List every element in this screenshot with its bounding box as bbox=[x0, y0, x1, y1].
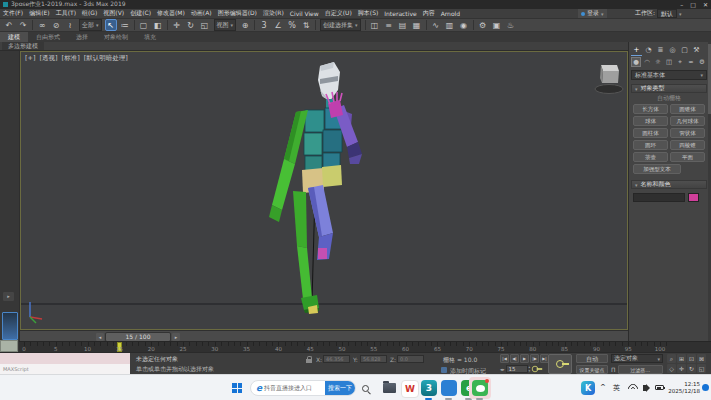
ribbon-tab-2[interactable]: 自由形式 bbox=[28, 32, 68, 42]
window-crossing-icon[interactable]: ◧ bbox=[152, 19, 164, 31]
dope-sheet-icon[interactable]: ▥ bbox=[444, 19, 456, 31]
key-filters-button[interactable]: 过滤器... bbox=[618, 365, 663, 374]
play-button[interactable]: ▶ bbox=[520, 354, 529, 363]
object-button-5[interactable]: 圆柱体 bbox=[633, 128, 668, 138]
ime-indicator[interactable]: 英 bbox=[613, 383, 620, 393]
viewport-standard-menu[interactable]: [标准] bbox=[62, 54, 80, 63]
motion-tab[interactable]: ◎ bbox=[667, 44, 678, 55]
set-key-button[interactable]: 设置关键点 bbox=[576, 365, 608, 374]
align-icon[interactable]: ≡ bbox=[383, 19, 395, 31]
render-setup-icon[interactable]: ⚙ bbox=[477, 19, 489, 31]
snaps-toggle-icon[interactable]: 3 bbox=[258, 19, 270, 31]
object-color-swatch[interactable] bbox=[688, 193, 699, 202]
reference-coordinate-dropdown[interactable]: 视图▾ bbox=[214, 19, 237, 31]
select-and-rotate-icon[interactable]: ↻ bbox=[185, 19, 197, 31]
search-icon[interactable] bbox=[362, 385, 369, 392]
notification-badge[interactable] bbox=[702, 384, 709, 391]
rendered-frame-icon[interactable]: ▣ bbox=[491, 19, 503, 31]
frame-spinner[interactable]: ▴▾ bbox=[529, 365, 531, 373]
menu-item-13[interactable]: 脚本(S) bbox=[355, 9, 382, 18]
selection-filter-dropdown[interactable]: 全部▾ bbox=[79, 19, 102, 31]
utilities-tab[interactable]: ⚒ bbox=[691, 44, 702, 55]
object-button-8[interactable]: 四棱锥 bbox=[670, 140, 705, 150]
viewport-shading-menu[interactable]: [默认明暗处理] bbox=[84, 54, 128, 63]
menu-item-10[interactable]: 渲染(R) bbox=[260, 9, 287, 18]
zoom-extents-all-icon[interactable]: ⊠ bbox=[697, 354, 706, 363]
select-and-link-icon[interactable]: ∞ bbox=[36, 19, 48, 31]
object-type-rollout[interactable]: ▾ 对象类型 bbox=[631, 84, 707, 93]
track-bar[interactable]: 0510152025303540455055606570758085909510… bbox=[19, 341, 711, 352]
select-object-icon[interactable]: ↖ bbox=[105, 19, 117, 31]
menu-item-4[interactable]: 组(G) bbox=[79, 9, 100, 18]
systems-category[interactable]: ⚙ bbox=[697, 57, 707, 67]
polygon-modeling-panel[interactable]: 多边形建模 bbox=[2, 42, 44, 50]
close-button[interactable]: ✕ bbox=[703, 1, 708, 8]
menu-item-12[interactable]: 自定义(U) bbox=[322, 9, 355, 18]
key-filter-dropdown[interactable]: 选定对象 ▾ bbox=[611, 354, 663, 363]
menu-item-7[interactable]: 修改器(M) bbox=[154, 9, 188, 18]
menu-item-15[interactable]: 内容 bbox=[420, 9, 438, 18]
maximize-button[interactable]: □ bbox=[690, 1, 696, 8]
orbit-icon[interactable]: ↻ bbox=[687, 364, 696, 373]
display-tab[interactable]: ▢ bbox=[679, 44, 690, 55]
unlink-selection-icon[interactable]: ⊘ bbox=[50, 19, 62, 31]
previous-frame-arrow[interactable]: ◂ bbox=[96, 333, 104, 341]
ribbon-tab-3[interactable]: 选择 bbox=[68, 32, 96, 42]
layer-explorer-icon[interactable]: ▤ bbox=[397, 19, 409, 31]
character-model[interactable] bbox=[269, 62, 362, 314]
y-coordinate-field[interactable]: 56.828 bbox=[360, 355, 387, 363]
primitive-type-dropdown[interactable]: 标准基本体 ▾ bbox=[631, 70, 707, 80]
sign-in-dropdown[interactable]: 登录 ▾ bbox=[578, 9, 607, 18]
object-button-9[interactable]: 茶壶 bbox=[633, 152, 668, 162]
redo-icon[interactable]: ↷ bbox=[17, 19, 29, 31]
material-editor-icon[interactable]: ◉ bbox=[458, 19, 470, 31]
3dsmax-taskbar-icon[interactable]: 3 bbox=[421, 380, 437, 396]
space-warps-category[interactable]: ≈ bbox=[686, 57, 696, 67]
mirror-icon[interactable]: ◫ bbox=[369, 19, 381, 31]
search-go-button[interactable]: 搜索一下 bbox=[325, 380, 355, 396]
menu-item-11[interactable]: Civil View bbox=[287, 10, 322, 17]
viewport-pov-menu[interactable]: [透视] bbox=[40, 54, 58, 63]
hierarchy-tab[interactable]: ≣ bbox=[655, 44, 666, 55]
wps-icon[interactable]: W bbox=[401, 380, 419, 398]
maxscript-mini-listener[interactable]: MAXScript bbox=[0, 353, 130, 375]
zoom-extents-icon[interactable]: ⊡ bbox=[687, 354, 696, 363]
hidden-icons-chevron[interactable]: ^ bbox=[600, 383, 606, 391]
use-pivot-point-icon[interactable]: ⊕ bbox=[239, 19, 251, 31]
battery-icon[interactable] bbox=[655, 385, 664, 390]
selection-lock-icon[interactable] bbox=[306, 359, 312, 363]
object-name-field[interactable] bbox=[633, 193, 685, 202]
bind-to-space-warp-icon[interactable]: ≀ bbox=[64, 19, 76, 31]
minimize-button[interactable]: – bbox=[680, 1, 683, 8]
modify-tab[interactable]: ◔ bbox=[643, 44, 654, 55]
object-button-1[interactable]: 长方体 bbox=[633, 104, 668, 114]
workspace-value[interactable]: 默认 bbox=[657, 9, 677, 18]
angle-snap-icon[interactable]: ∠ bbox=[272, 19, 284, 31]
next-frame-arrow[interactable]: ▸ bbox=[172, 333, 180, 341]
taskbar-clock[interactable]: 12:15 2025/12/18 bbox=[667, 381, 700, 395]
menu-item-8[interactable]: 动画(A) bbox=[188, 9, 215, 18]
wifi-icon[interactable] bbox=[628, 384, 638, 392]
ribbon-tab-5[interactable]: 填充 bbox=[136, 32, 164, 42]
percent-snap-icon[interactable]: % bbox=[286, 19, 298, 31]
field-of-view-icon[interactable]: ◇ bbox=[667, 364, 676, 373]
viewport-general-menu[interactable]: [+] bbox=[25, 54, 36, 63]
helpers-category[interactable]: ⌖ bbox=[675, 57, 685, 67]
spinner-snap-icon[interactable]: ⇅ bbox=[300, 19, 312, 31]
render-icon[interactable]: ♨ bbox=[505, 19, 517, 31]
shapes-category[interactable]: ◠ bbox=[642, 57, 652, 67]
curve-editor-icon[interactable]: ∿ bbox=[430, 19, 442, 31]
viewport-layout-tab[interactable] bbox=[2, 312, 18, 340]
start-button[interactable] bbox=[232, 383, 242, 393]
object-button-6[interactable]: 管状体 bbox=[670, 128, 705, 138]
perspective-viewport[interactable]: [+] [透视] [标准] [默认明暗处理] bbox=[20, 51, 628, 330]
ribbon-tab-1[interactable]: 建模 bbox=[0, 32, 28, 42]
menu-item-16[interactable]: Arnold bbox=[438, 10, 463, 17]
object-button-10[interactable]: 平面 bbox=[670, 152, 705, 162]
speaker-icon[interactable] bbox=[643, 385, 647, 391]
select-and-move-icon[interactable]: ✛ bbox=[171, 19, 183, 31]
current-frame-field[interactable]: 15 bbox=[506, 365, 528, 373]
geometry-category[interactable]: ● bbox=[631, 57, 641, 67]
maximize-viewport-icon[interactable]: ◱ bbox=[697, 364, 706, 373]
z-coordinate-field[interactable]: 0.0 bbox=[397, 355, 424, 363]
